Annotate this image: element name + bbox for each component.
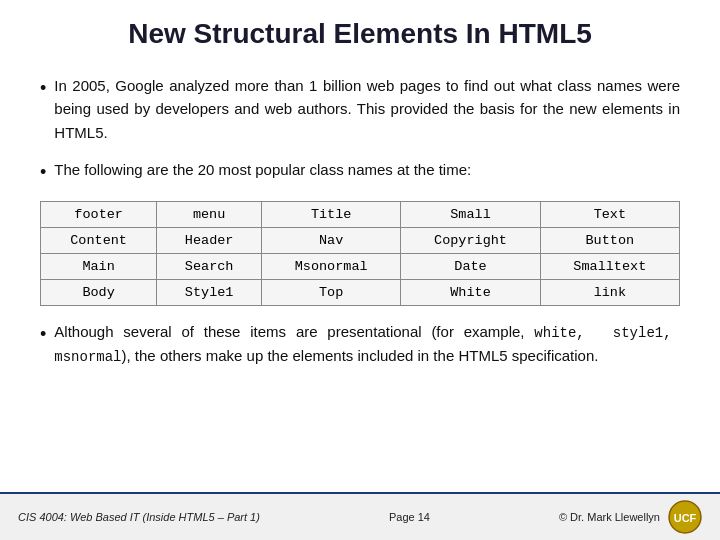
table-cell: Main xyxy=(41,253,157,279)
bullet-1: • In 2005, Google analyzed more than 1 b… xyxy=(40,74,680,144)
svg-text:UCF: UCF xyxy=(674,512,697,524)
table-cell: Small xyxy=(401,201,540,227)
ucf-logo: UCF xyxy=(668,500,702,534)
class-names-table: footermenuTitleSmallTextContentHeaderNav… xyxy=(40,201,680,306)
table-cell: menu xyxy=(157,201,262,227)
bullet-text-2: The following are the 20 most popular cl… xyxy=(54,158,471,181)
table-cell: Msonormal xyxy=(262,253,401,279)
table-cell: footer xyxy=(41,201,157,227)
table-row: footermenuTitleSmallText xyxy=(41,201,680,227)
table-cell: Text xyxy=(540,201,679,227)
table-cell: Button xyxy=(540,227,679,253)
table-row: BodyStyle1TopWhitelink xyxy=(41,279,680,305)
table-cell: Search xyxy=(157,253,262,279)
bullet-dot-1: • xyxy=(40,75,46,103)
bullet-dot-3: • xyxy=(40,321,46,349)
table-row: ContentHeaderNavCopyrightButton xyxy=(41,227,680,253)
table-cell: Title xyxy=(262,201,401,227)
bullet-text-3: Although several of these items are pres… xyxy=(54,320,680,369)
slide-title: New Structural Elements In HTML5 xyxy=(40,18,680,50)
bullet-2: • The following are the 20 most popular … xyxy=(40,158,680,187)
table-cell: White xyxy=(401,279,540,305)
table-cell: Content xyxy=(41,227,157,253)
bullet-dot-2: • xyxy=(40,159,46,187)
bullet-3: • Although several of these items are pr… xyxy=(40,320,680,369)
table-cell: Nav xyxy=(262,227,401,253)
footer-page: Page 14 xyxy=(389,511,430,523)
footer-right: © Dr. Mark Llewellyn UCF xyxy=(559,500,702,534)
code-example: white, style1, msnormal xyxy=(54,325,680,366)
header-bar: New Structural Elements In HTML5 xyxy=(0,0,720,74)
content-area: • In 2005, Google analyzed more than 1 b… xyxy=(0,74,720,492)
table-cell: Body xyxy=(41,279,157,305)
slide: New Structural Elements In HTML5 • In 20… xyxy=(0,0,720,540)
table-cell: Header xyxy=(157,227,262,253)
table-cell: Top xyxy=(262,279,401,305)
bullet-text-1: In 2005, Google analyzed more than 1 bil… xyxy=(54,74,680,144)
table-cell: link xyxy=(540,279,679,305)
table-cell: Style1 xyxy=(157,279,262,305)
table-cell: Date xyxy=(401,253,540,279)
table-cell: Smalltext xyxy=(540,253,679,279)
slide-footer: CIS 4004: Web Based IT (Inside HTML5 – P… xyxy=(0,492,720,540)
class-names-table-wrapper: footermenuTitleSmallTextContentHeaderNav… xyxy=(40,201,680,306)
footer-copyright: © Dr. Mark Llewellyn xyxy=(559,511,660,523)
table-cell: Copyright xyxy=(401,227,540,253)
table-row: MainSearchMsonormalDateSmalltext xyxy=(41,253,680,279)
footer-left: CIS 4004: Web Based IT (Inside HTML5 – P… xyxy=(18,511,260,523)
